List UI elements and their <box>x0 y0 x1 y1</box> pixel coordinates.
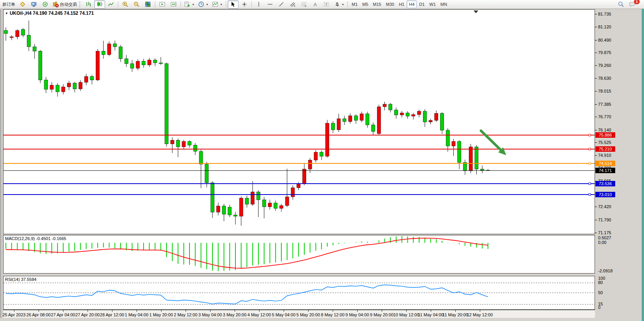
chart-shift-button[interactable] <box>168 0 179 9</box>
cursor-tool-button[interactable] <box>228 0 239 9</box>
fibonacci-tool-button[interactable]: F <box>298 0 309 9</box>
rsi-canvas[interactable] <box>4 276 595 309</box>
notification-badge: 1 <box>634 0 640 4</box>
zoom-in-button[interactable] <box>120 0 131 9</box>
signals-button[interactable] <box>40 0 51 9</box>
auto-scroll-button[interactable] <box>157 0 168 9</box>
candle <box>165 62 168 147</box>
horizontal-line-tool-button[interactable] <box>265 0 275 9</box>
time-axis-label: 2 May 12:00 <box>174 312 198 317</box>
tile-windows-button[interactable] <box>142 0 153 9</box>
timeframe-h1[interactable]: H1 <box>397 0 407 8</box>
search-icon <box>618 1 624 7</box>
text-label-tool-button[interactable]: T <box>321 0 332 9</box>
time-axis-label: 27 Apr 04:00 <box>51 312 75 317</box>
candle <box>349 113 352 124</box>
new-order-button[interactable]: 新订单 <box>1 0 17 9</box>
price-tick-label: 80.490 <box>598 38 611 42</box>
toolbar-grip[interactable] <box>79 1 81 7</box>
price-line-tag-73.010: 73.010 <box>595 192 615 197</box>
main-chart-canvas[interactable] <box>4 10 595 234</box>
candle <box>458 140 461 169</box>
market-watch-button[interactable] <box>28 0 39 9</box>
auto-trading-button[interactable]: 自动交易 <box>51 0 79 9</box>
time-axis-label: 9 May 04:00 <box>346 312 369 317</box>
price-tick-label: 76.770 <box>598 114 611 119</box>
candle <box>27 21 31 51</box>
timeframe-d1[interactable]: D1 <box>417 0 427 8</box>
rsi-panel[interactable]: RSI(14) 37.5584 <box>3 276 595 310</box>
macd-axis-label: 0.5027 <box>598 235 611 240</box>
indicators-button[interactable]: ▼ <box>211 0 224 9</box>
dropdown-caret-icon: ▼ <box>220 3 223 6</box>
window-left-grip[interactable] <box>0 9 3 318</box>
candle <box>84 74 88 85</box>
time-axis-label: 12 May 12:00 <box>467 312 493 317</box>
time-tick-mark <box>284 310 284 312</box>
time-tick-mark <box>406 310 407 312</box>
notifications-button[interactable]: 1 <box>627 0 638 9</box>
candle <box>199 150 203 188</box>
main-chart-panel[interactable]: ▼ UKOil-,H4 74.190 74.245 74.152 74.171 <box>3 9 595 234</box>
timeframe-h4[interactable]: H4 <box>407 0 417 8</box>
line-handle[interactable] <box>589 183 591 185</box>
bar-chart-type-button[interactable] <box>83 0 94 9</box>
time-axis-label: 26 Apr 08:00 <box>26 312 51 317</box>
line-handle[interactable] <box>589 148 591 150</box>
new-chart-button[interactable]: ▼ <box>182 0 196 9</box>
period-button[interactable]: ▼ <box>197 0 210 9</box>
price-tick-mark <box>595 207 597 207</box>
annotation-arrow[interactable] <box>481 131 501 150</box>
window-edge-scrollbar[interactable] <box>642 0 644 321</box>
macd-panel[interactable]: MACD(12,26,9) -0.4501 -0.1665 <box>3 235 595 274</box>
time-tick-mark <box>431 310 431 312</box>
chart-shift-marker-icon[interactable] <box>474 11 478 13</box>
macd-canvas[interactable] <box>4 235 595 273</box>
line-handle[interactable] <box>589 134 591 136</box>
toolbar: 新订单 自动交易 ▼ ▼ ▼ <box>0 0 644 9</box>
time-axis[interactable]: 25 Apr 202326 Apr 08:0027 Apr 04:0027 Ap… <box>3 310 595 318</box>
timeframe-m1[interactable]: M1 <box>349 0 360 8</box>
timeframe-mn[interactable]: MN <box>438 0 449 8</box>
arrows-tool-button[interactable]: ▼ <box>332 0 346 9</box>
timeframe-m30[interactable]: M30 <box>384 0 397 8</box>
candle <box>354 114 358 123</box>
timeframe-w1[interactable]: W1 <box>427 0 438 8</box>
trendline-tool-button[interactable] <box>276 0 287 9</box>
candle <box>406 111 409 119</box>
crosshair-tool-button[interactable] <box>239 0 250 9</box>
rsi-axis-label: 0 <box>598 305 600 310</box>
candle <box>153 58 157 66</box>
vertical-line-tool-button[interactable] <box>253 0 264 9</box>
price-tick-mark <box>595 14 597 14</box>
symbol-caret-icon[interactable]: ▼ <box>5 12 8 15</box>
candle <box>440 112 444 134</box>
candle <box>119 45 123 62</box>
line-chart-type-button[interactable] <box>105 0 116 9</box>
line-handle[interactable] <box>589 163 591 165</box>
candlestick-chart-type-button[interactable] <box>94 0 105 9</box>
funds-button[interactable] <box>17 0 28 9</box>
price-line-tag-75.210: 75.210 <box>595 146 615 152</box>
candle <box>159 57 163 65</box>
toolbar-separator <box>251 1 252 7</box>
timeframe-m5[interactable]: M5 <box>360 0 370 8</box>
symbol-title-text: UKOil-,H4 74.190 74.245 74.152 74.171 <box>10 11 94 16</box>
search-button[interactable] <box>616 0 626 9</box>
zoom-out-button[interactable] <box>131 0 142 9</box>
candle <box>366 112 369 128</box>
price-tick-mark <box>595 40 597 40</box>
candle <box>291 185 295 200</box>
time-axis-label: 5 May 04:00 <box>272 312 296 317</box>
line-handle[interactable] <box>589 194 591 196</box>
rsi-label: RSI(14) 37.5584 <box>5 277 37 282</box>
candle <box>239 196 243 226</box>
price-tick-label: 75.525 <box>598 140 611 145</box>
time-axis-label: 11 May 20:00 <box>442 312 468 317</box>
text-tool-button[interactable]: A <box>310 0 321 9</box>
timeframe-m15[interactable]: M15 <box>370 0 383 8</box>
channel-tool-button[interactable]: E <box>287 0 298 9</box>
tile-windows-icon <box>145 1 151 7</box>
price-axis[interactable]: 81.73581.12080.49079.87579.26078.63078.0… <box>595 9 642 310</box>
time-tick-mark <box>210 310 211 312</box>
